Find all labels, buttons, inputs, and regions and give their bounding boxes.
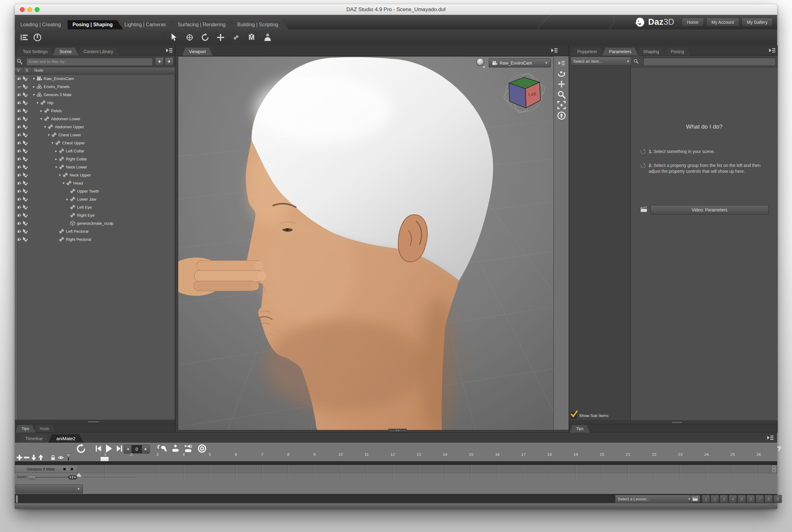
button-home[interactable]: Home — [682, 18, 703, 26]
tab-tool-settings[interactable]: Tool Settings — [16, 48, 54, 56]
scene-node-left-collar[interactable]: ►Left Collar — [15, 147, 175, 155]
tab-puppeteer[interactable]: Puppeteer — [570, 48, 604, 56]
track-genesis-3-male[interactable]: Genesis 3 Male — [15, 465, 78, 473]
scene-node-upper-teeth[interactable]: Upper Teeth — [15, 187, 175, 195]
scene-scrollbar[interactable] — [15, 75, 18, 420]
ruler-frame-14[interactable]: 14 — [443, 452, 447, 457]
window-resize-grip[interactable] — [769, 504, 776, 509]
expand-open-icon[interactable]: ▼ — [35, 101, 40, 104]
magnifier-icon[interactable] — [557, 90, 566, 99]
track-lane[interactable] — [78, 465, 777, 473]
scene-node-abdomen-upper[interactable]: ▼Abdomen Upper — [15, 123, 175, 131]
tab-viewport[interactable]: Viewport — [182, 48, 213, 56]
splitter-handle[interactable] — [88, 421, 99, 423]
parameters-search-icon[interactable] — [631, 59, 641, 64]
selectable-icon[interactable] — [22, 156, 29, 162]
tab-content-library[interactable]: Content Library — [77, 48, 120, 56]
ruler-frame-11[interactable]: 11 — [365, 452, 369, 457]
expand-open-icon[interactable]: ▼ — [54, 165, 58, 169]
ruler-frame-26[interactable]: 26 — [756, 452, 761, 457]
lesson-button-2[interactable]: 2 — [711, 495, 719, 503]
ruler-frame-17[interactable]: 17 — [521, 452, 526, 457]
selectable-icon[interactable] — [22, 212, 29, 218]
lesson-button-4[interactable]: 4 — [729, 495, 737, 503]
ruler-frame-4[interactable]: 4 — [183, 452, 185, 457]
scene-node-genesis3male-sculp[interactable]: genesis3male_sculp — [15, 219, 175, 227]
ruler-frame-16[interactable]: 16 — [495, 452, 499, 457]
ruler-frame-9[interactable]: 9 — [313, 452, 315, 457]
timeline-ruler[interactable]: 1234567891011121314151617181920212223242… — [15, 452, 777, 458]
expand-open-icon[interactable]: ▼ — [58, 173, 62, 177]
workspace-tab-loading-creating[interactable]: Loading | Creating — [16, 20, 71, 30]
selectable-icon[interactable] — [22, 236, 29, 242]
scene-node-chest-lower[interactable]: ▼Chest Lower — [15, 131, 175, 139]
scene-node-genesis-3-male[interactable]: ▼Genesis 3 Male — [15, 91, 175, 99]
ruler-frame-10[interactable]: 10 — [338, 452, 343, 457]
scene-node-right-pectoral[interactable]: Right Pectoral — [15, 235, 175, 243]
column-selectable[interactable]: S — [23, 68, 32, 74]
expand-closed-icon[interactable]: ► — [39, 109, 43, 113]
scene-node-enviro-panels[interactable]: ►Enviro_Panels — [15, 82, 175, 91]
timeline-pane-options-icon[interactable] — [767, 435, 774, 441]
tab-shaping[interactable]: Shaping — [637, 48, 666, 56]
drawstyle-sphere-icon[interactable] — [475, 58, 487, 70]
column-visible[interactable]: V — [15, 68, 23, 74]
scene-node-head[interactable]: ▼Head — [15, 179, 175, 187]
parameters-search-input[interactable] — [643, 57, 776, 66]
expand-open-icon[interactable]: ▼ — [39, 117, 43, 120]
tab-scene[interactable]: Scene — [53, 48, 78, 56]
splitter-handle[interactable] — [671, 421, 682, 423]
pan-icon[interactable] — [557, 80, 566, 89]
ruler-frame-7[interactable]: 7 — [261, 452, 263, 457]
universal-tool-icon[interactable] — [184, 32, 195, 43]
lesson-button-8[interactable]: 8 — [765, 495, 773, 503]
pane-options-icon[interactable] — [557, 59, 566, 68]
ruler-frame-1[interactable]: 1 — [104, 452, 106, 457]
selectable-icon[interactable] — [22, 100, 29, 106]
ruler-frame-20[interactable]: 20 — [600, 452, 604, 457]
ruler-playhead-grip[interactable] — [100, 457, 109, 461]
selectable-icon[interactable] — [22, 188, 29, 194]
ruler-frame-21[interactable]: 21 — [626, 452, 630, 457]
button-my-account[interactable]: My Account — [706, 18, 739, 26]
lane-scrollbar[interactable]: ▲▼ — [772, 465, 776, 473]
expand-open-icon[interactable]: ▼ — [61, 182, 66, 185]
lesson-button-7[interactable]: 7 — [755, 495, 764, 503]
selectable-icon[interactable] — [22, 108, 29, 113]
view-cube[interactable]: Left — [502, 71, 548, 116]
filter-prev-button[interactable] — [155, 57, 164, 66]
tab-parameters[interactable]: Parameters — [602, 48, 638, 56]
selectable-icon[interactable] — [22, 92, 29, 97]
scene-pane-options-icon[interactable] — [166, 48, 173, 54]
expand-open-icon[interactable]: ▼ — [43, 125, 47, 129]
tab-node[interactable]: Node — [33, 425, 55, 433]
zoom-window-button[interactable] — [35, 7, 40, 12]
selectable-icon[interactable] — [22, 76, 29, 81]
ruler-frame-12[interactable]: 12 — [390, 452, 395, 457]
rotate-tool-icon[interactable] — [200, 32, 210, 43]
frame-icon[interactable] — [557, 101, 566, 110]
track-dot[interactable] — [63, 468, 66, 470]
translate-tool-icon[interactable] — [215, 32, 226, 43]
expand-closed-icon[interactable]: ► — [54, 149, 58, 153]
track-dot[interactable] — [71, 468, 73, 470]
selectable-icon[interactable] — [22, 164, 29, 170]
bone-tool-icon[interactable] — [231, 32, 241, 43]
selectable-icon[interactable] — [22, 140, 29, 146]
ruler-frame-8[interactable]: 8 — [287, 452, 289, 457]
workspace-tab-building-scripting[interactable]: Building | Scripting — [232, 20, 289, 30]
lesson-dropdown[interactable]: Select a Lesson... ▼ — [615, 495, 694, 503]
lesson-button-1[interactable]: 1 — [702, 495, 710, 503]
scene-node-right-collar[interactable]: ►Right Collar — [15, 155, 175, 163]
menu-lines-icon[interactable] — [19, 32, 30, 43]
lesson-button-9[interactable]: 9 — [773, 495, 782, 503]
selectable-icon[interactable] — [22, 84, 29, 89]
zoom-mini-slider[interactable] — [28, 475, 36, 479]
ruler-frame-25[interactable]: 25 — [731, 452, 735, 457]
scene-node-chest-upper[interactable]: ▼Chest Upper — [15, 139, 175, 147]
scene-pane-splitter[interactable] — [15, 420, 175, 423]
lesson-button-3[interactable]: 3 — [720, 495, 728, 503]
ani-track-dropdown[interactable]: ▼ — [16, 484, 83, 493]
scene-node-abdomen-lower[interactable]: ▼Abdomen Lower — [15, 115, 175, 123]
compass-icon[interactable] — [32, 32, 43, 43]
